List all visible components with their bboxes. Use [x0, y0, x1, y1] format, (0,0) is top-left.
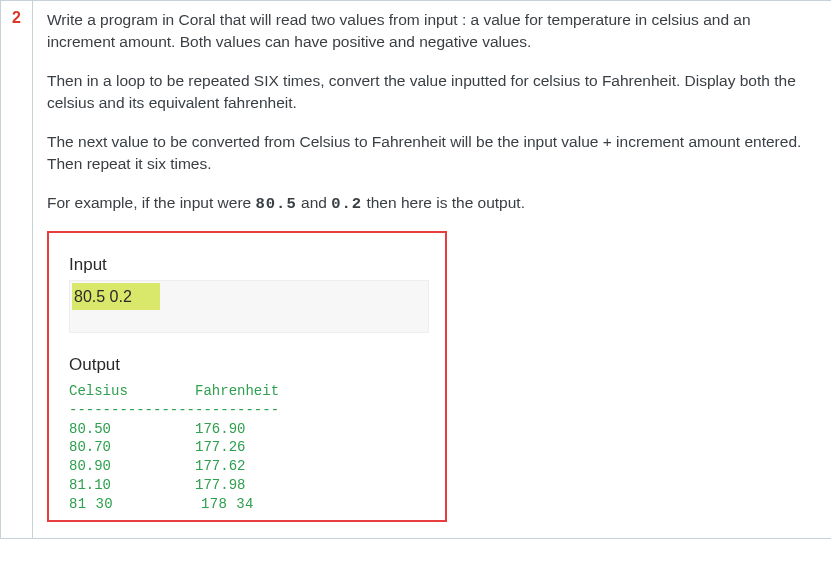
- example-output-box: Input 80.5 0.2 Output Celsius Fahrenheit…: [47, 231, 447, 522]
- output-label: Output: [69, 353, 429, 378]
- para4-prefix: For example, if the input were: [47, 194, 256, 211]
- para4-val1: 80.5: [256, 195, 297, 213]
- question-number-cell: 2: [1, 1, 33, 538]
- output-header: Celsius Fahrenheit: [69, 383, 279, 399]
- output-block: Celsius Fahrenheit ---------------------…: [69, 382, 429, 514]
- para4-mid: and: [297, 194, 331, 211]
- output-row-2: 80.90 177.62: [69, 458, 245, 474]
- output-divider: -------------------------: [69, 402, 279, 418]
- question-container: 2 Write a program in Coral that will rea…: [0, 0, 831, 539]
- question-number: 2: [12, 9, 21, 26]
- output-row-0: 80.50 176.90: [69, 421, 245, 437]
- input-value: 80.5 0.2: [72, 283, 160, 310]
- output-row-1: 80.70 177.26: [69, 439, 245, 455]
- output-row-3: 81.10 177.98: [69, 477, 245, 493]
- paragraph-4: For example, if the input were 80.5 and …: [47, 192, 817, 215]
- input-label: Input: [69, 253, 429, 278]
- para4-val2: 0.2: [331, 195, 362, 213]
- input-field-row: 80.5 0.2: [69, 280, 429, 333]
- paragraph-1: Write a program in Coral that will read …: [47, 9, 817, 54]
- output-row-4: 81 30 178 34: [69, 496, 254, 512]
- question-content: Write a program in Coral that will read …: [33, 1, 831, 538]
- para4-suffix: then here is the output.: [362, 194, 525, 211]
- paragraph-2: Then in a loop to be repeated SIX times,…: [47, 70, 817, 115]
- paragraph-3: The next value to be converted from Cels…: [47, 131, 817, 176]
